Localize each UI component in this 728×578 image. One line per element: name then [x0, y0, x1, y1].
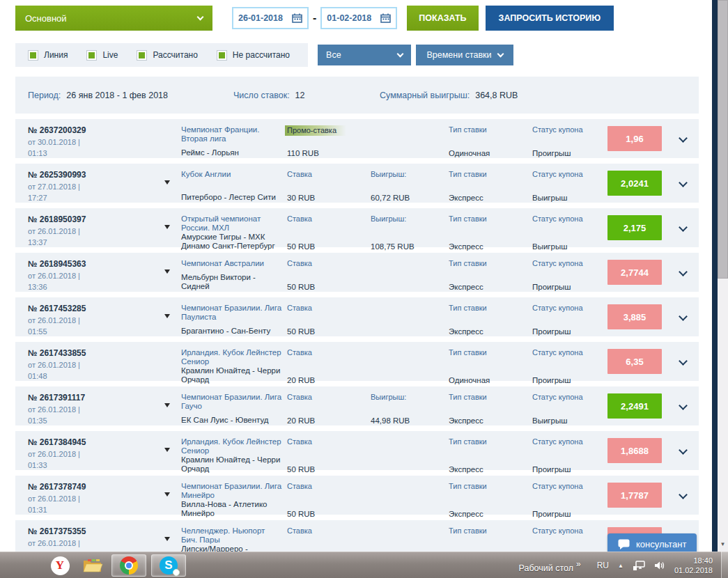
- file-explorer-button[interactable]: [79, 554, 107, 577]
- row-expand-chevron-icon[interactable]: [679, 357, 688, 366]
- vertical-scrollbar[interactable]: ▼: [718, 0, 728, 552]
- calendar-icon[interactable]: [292, 13, 302, 23]
- stake-value: 50 RUB: [287, 327, 366, 336]
- row-expand-chevron-icon[interactable]: [679, 223, 688, 232]
- expand-triangle-icon[interactable]: [164, 225, 170, 229]
- row-expand-chevron-icon[interactable]: [679, 178, 688, 187]
- status-cell: Статус купона Проигрыш: [532, 476, 607, 525]
- status-cell: Статус купона Проигрыш: [532, 253, 607, 298]
- expand-triangle-cell: [164, 431, 181, 481]
- league-link[interactable]: Чемпионат Бразилии. Лига Паулиста: [181, 304, 283, 322]
- chrome-button[interactable]: [111, 554, 146, 577]
- league-link[interactable]: Чемпионат Бразилии. Лига Минейро: [181, 482, 283, 500]
- account-dropdown[interactable]: Основной: [15, 6, 212, 31]
- row-chevron-cell: [670, 476, 699, 525]
- show-button[interactable]: ПОКАЗАТЬ: [407, 6, 478, 31]
- bet-date: от 26.01.2018 |: [28, 272, 160, 280]
- row-expand-chevron-icon[interactable]: [679, 134, 688, 143]
- filter-unsettled[interactable]: Не рассчитано: [217, 50, 290, 61]
- status-value: Проигрыш: [532, 283, 603, 291]
- expand-triangle-cell: [164, 342, 181, 391]
- bet-row: № 2618950397 от 26.01.2018 | 13:37 Откры…: [15, 208, 699, 247]
- stake-label: Промо-ставка: [285, 125, 346, 136]
- bet-id-cell: № 2617378749 от 26.01.2018 | 01:31: [28, 476, 164, 525]
- league-link[interactable]: Ирландия. Кубок Лейнстер Сениор: [181, 437, 283, 455]
- all-filter-value: Все: [326, 50, 341, 60]
- checkbox-checked-icon[interactable]: [217, 50, 227, 61]
- bet-type-label: Тип ставки: [449, 304, 528, 312]
- bet-date: от 27.01.2018 |: [28, 182, 160, 191]
- request-history-button[interactable]: ЗАПРОСИТЬ ИСТОРИЮ: [486, 6, 614, 31]
- league-link[interactable]: Чемпионат Франции. Вторая лига: [181, 125, 283, 143]
- stake-cell: Ставка 20 RUB: [287, 342, 371, 391]
- row-chevron-cell: [670, 208, 699, 258]
- bet-time: 01:33: [28, 461, 160, 469]
- league-link[interactable]: Ирландия. Кубок Лейнстер Сениор: [181, 348, 283, 366]
- status-label: Статус купона: [532, 482, 603, 490]
- volume-icon[interactable]: [654, 561, 665, 570]
- bet-number: № 2617375355: [28, 526, 160, 536]
- league-link[interactable]: Челленджер. Ньюпорт Бич. Пары: [181, 526, 283, 545]
- league-link[interactable]: Открытый чемпионат России. МХЛ: [181, 214, 283, 233]
- expand-triangle-cell: [164, 253, 181, 298]
- filter-label: Рассчитано: [153, 50, 197, 60]
- scrollbar-thumb[interactable]: [718, 0, 728, 279]
- expand-triangle-icon[interactable]: [164, 180, 170, 185]
- expand-triangle-icon[interactable]: [164, 492, 170, 497]
- match-teams: Вилла-Нова - Атлетико Минейро: [181, 500, 283, 518]
- stake-label: Ставка: [287, 348, 366, 357]
- row-expand-chevron-icon[interactable]: [679, 401, 688, 410]
- toolbar-overflow-icon[interactable]: »: [576, 559, 581, 569]
- expand-triangle-icon[interactable]: [164, 270, 170, 274]
- account-dropdown-value: Основной: [25, 13, 67, 24]
- date-range-separator: -: [313, 12, 316, 24]
- skype-button[interactable]: S: [151, 554, 186, 577]
- row-expand-chevron-icon[interactable]: [679, 490, 688, 499]
- checkbox-checked-icon[interactable]: [28, 50, 38, 61]
- row-expand-chevron-icon[interactable]: [679, 312, 688, 321]
- expand-triangle-icon[interactable]: [164, 314, 170, 318]
- stake-cell: Ставка 30 RUB: [287, 164, 371, 209]
- checkbox-checked-icon[interactable]: [137, 50, 147, 61]
- yandex-browser-icon: Y: [51, 556, 70, 575]
- row-expand-chevron-icon[interactable]: [679, 446, 688, 455]
- coefficient-badge: 1,7787: [607, 483, 662, 508]
- expand-triangle-icon[interactable]: [164, 537, 170, 541]
- scrollbar-down-arrow[interactable]: ▼: [718, 538, 728, 550]
- bet-time: 01:35: [28, 416, 160, 425]
- date-to-input[interactable]: 01-02-2018: [320, 7, 397, 29]
- league-link[interactable]: Чемпионат Австралии: [181, 259, 283, 268]
- filter-settled[interactable]: Рассчитано: [137, 50, 197, 61]
- coef-cell: 2,0241: [607, 164, 670, 209]
- bet-date: от 26.01.2018 |: [28, 227, 160, 235]
- league-link[interactable]: Чемпионат Бразилии. Лига Гаучо: [181, 393, 283, 411]
- event-cell: Ирландия. Кубок Лейнстер Сениор Крамлин …: [181, 342, 287, 391]
- match-teams: Брагантино - Сан-Бенту: [181, 327, 283, 336]
- filter-linia[interactable]: Линия: [28, 50, 68, 61]
- row-expand-chevron-icon[interactable]: [679, 267, 688, 276]
- network-icon[interactable]: [633, 561, 645, 571]
- expand-triangle-icon[interactable]: [164, 448, 170, 452]
- yandex-browser-button[interactable]: Y: [46, 554, 74, 577]
- expand-triangle-icon[interactable]: [164, 403, 170, 407]
- all-filter-dropdown[interactable]: Все: [318, 45, 411, 65]
- match-teams: Питерборо - Лестер Сити: [181, 193, 283, 202]
- taskbar-clock[interactable]: 18:40 01.02.2018: [674, 556, 713, 575]
- row-chevron-cell: [670, 164, 699, 209]
- taskbar-apps: Y S: [46, 552, 186, 578]
- checkbox-checked-icon[interactable]: [86, 50, 97, 61]
- coefficient-badge: 1,96: [607, 126, 662, 151]
- filter-live[interactable]: Live: [86, 50, 118, 61]
- language-indicator[interactable]: RU: [597, 561, 609, 570]
- date-from-input[interactable]: 26-01-2018: [232, 7, 309, 29]
- desktop-toolbar[interactable]: Рабочий стол »: [519, 558, 581, 573]
- bet-id-cell: № 2617384945 от 26.01.2018 | 01:33: [28, 431, 164, 481]
- tray-expand-icon[interactable]: ▲: [618, 563, 624, 569]
- calendar-icon[interactable]: [380, 13, 391, 23]
- bet-time: 13:36: [28, 283, 160, 291]
- bet-time-dropdown[interactable]: Времени ставки: [416, 45, 513, 65]
- bet-number: № 2625390993: [28, 170, 160, 180]
- bet-number: № 2617391117: [28, 393, 160, 403]
- league-link[interactable]: Кубок Англии: [181, 170, 283, 179]
- show-desktop-button[interactable]: [721, 552, 728, 578]
